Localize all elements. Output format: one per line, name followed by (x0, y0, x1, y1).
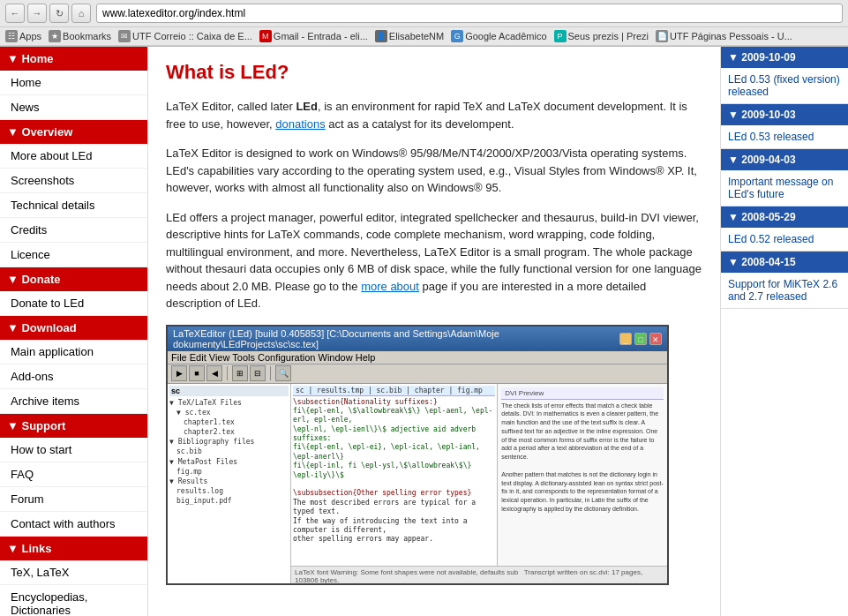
back-button[interactable]: ← (5, 4, 25, 23)
bookmark-elisabete[interactable]: 👤 ElisabeteNM (375, 30, 444, 42)
page-title: What is LEd? (166, 61, 702, 84)
sidebar-item-add-ons[interactable]: Add-ons (0, 364, 147, 389)
sidebar-item-archive-items[interactable]: Archive items (0, 389, 147, 414)
donations-link[interactable]: donations (275, 117, 325, 131)
tool-btn-3: ◀ (206, 365, 222, 381)
right-panel: ▼ 2009-10-09 LEd 0.53 (fixed version) re… (720, 47, 848, 616)
bookmark-gmail-label: Gmail - Entrada - eli... (274, 31, 368, 41)
news-item-1[interactable]: LEd 0.53 (fixed version) released (721, 68, 848, 104)
sidebar-item-technical-details[interactable]: Technical details (0, 193, 147, 218)
bookmark-prezi[interactable]: P Seus prezis | Prezi (554, 30, 649, 42)
sidebar-item-home[interactable]: Home (0, 71, 147, 95)
news-item-4[interactable]: LEd 0.52 released (721, 228, 848, 252)
screenshot-left-panel: sc ▼ TeX/LaTeX Files ▼ sc.tex chapter1.t… (168, 384, 291, 585)
prezi-icon: P (554, 30, 567, 42)
user-icon: 👤 (375, 30, 387, 42)
screenshot-titlebar: LaTeXEditor (LEd) [build 0.405853] [C:\D… (168, 327, 667, 351)
sidebar-header-links[interactable]: ▼ Links (0, 537, 147, 560)
sidebar: ▼ Home Home News ▼ Overview More about L… (0, 47, 148, 616)
sidebar-item-news[interactable]: News (0, 95, 147, 120)
tool-btn-4: ⊞ (232, 365, 248, 381)
bookmark-paginas[interactable]: 📄 UTF Páginas Pessoais - U... (656, 30, 792, 42)
sidebar-item-forum[interactable]: Forum (0, 487, 147, 512)
app-screenshot: LaTeXEditor (LEd) [build 0.405853] [C:\D… (166, 325, 669, 585)
minimize-button[interactable]: _ (619, 333, 632, 345)
address-bar[interactable] (96, 4, 843, 23)
bookmarks-bar: ☷ Apps ★ Bookmarks ✉ UTF Correio :: Caix… (0, 27, 848, 46)
screenshot-title-text: LaTeXEditor (LEd) [build 0.405853] [C:\D… (173, 328, 619, 349)
sidebar-header-home[interactable]: ▼ Home (0, 47, 147, 71)
content-para-2: LaTeX Editor is designed to work on Wind… (166, 145, 702, 197)
news-date-2[interactable]: ▼ 2009-10-03 (721, 104, 848, 125)
screenshot-statusbar: LaTeX font Warning: Some font shapes wer… (291, 566, 667, 585)
gmail-icon: M (259, 30, 272, 42)
screenshot-editor-area: sc | results.tmp | sc.bib | chapter | fi… (291, 384, 667, 585)
bookmark-correio[interactable]: ✉ UTF Correio :: Caixa de E... (118, 30, 252, 42)
sidebar-header-support[interactable]: ▼ Support (0, 414, 147, 438)
sidebar-item-how-to-start[interactable]: How to start (0, 438, 147, 462)
toolbar-separator (227, 366, 228, 380)
bookmark-bookmarks-label: Bookmarks (63, 31, 111, 41)
sidebar-item-main-application[interactable]: Main application (0, 340, 147, 364)
bookmark-academico[interactable]: G Google Acadêmico (451, 30, 546, 42)
news-date-5[interactable]: ▼ 2008-04-15 (721, 252, 848, 273)
maximize-button[interactable]: □ (634, 333, 647, 345)
page-layout: ▼ Home Home News ▼ Overview More about L… (0, 47, 848, 616)
close-button[interactable]: ✕ (649, 333, 662, 345)
preview-content: The check lists of error effects that ma… (501, 402, 664, 514)
bookmark-apps-label: Apps (19, 31, 41, 41)
sidebar-item-encyclopedias[interactable]: Encyclopedias, Dictionaries (0, 585, 147, 616)
content-para-1: LaTeX Editor, called later LEd, is an en… (166, 98, 702, 132)
main-content: What is LEd? LaTeX Editor, called later … (148, 47, 720, 616)
tool-btn-5: ⊟ (250, 365, 266, 381)
project-panel-header: sc (169, 386, 289, 396)
sidebar-item-faq[interactable]: FAQ (0, 462, 147, 487)
sidebar-item-tex-latex[interactable]: TeX, LaTeX (0, 560, 147, 585)
news-item-3[interactable]: Important message on LEd's future (721, 170, 848, 207)
more-about-link[interactable]: more about (361, 280, 419, 293)
sidebar-item-credits[interactable]: Credits (0, 218, 147, 243)
sidebar-item-contact-authors[interactable]: Contact with authors (0, 512, 147, 537)
bookmark-elisabete-label: ElisabeteNM (389, 31, 444, 41)
sidebar-item-licence[interactable]: Licence (0, 243, 147, 267)
tool-btn-2: ■ (189, 365, 205, 381)
browser-toolbar: ← → ↻ ⌂ (0, 0, 848, 27)
scholar-icon: G (451, 30, 463, 42)
editor-content: \subsection{Nationality suffixes:} fi\{e… (293, 398, 495, 545)
sidebar-header-download[interactable]: ▼ Download (0, 316, 147, 340)
bookmark-prezi-label: Seus prezis | Prezi (568, 31, 649, 41)
browser-chrome: ← → ↻ ⌂ ☷ Apps ★ Bookmarks ✉ UTF Correio… (0, 0, 848, 47)
forward-button[interactable]: → (27, 4, 47, 23)
screenshot-menubar: File Edit View Tools Configuration Windo… (168, 351, 667, 364)
sidebar-header-donate[interactable]: ▼ Donate (0, 267, 147, 291)
toolbar-separator-2 (270, 366, 271, 380)
content-para-3: LEd offers a project manager, powerful e… (166, 209, 702, 312)
news-date-4[interactable]: ▼ 2008-05-29 (721, 207, 848, 228)
tool-btn-6: 🔍 (275, 365, 291, 381)
screenshot-toolbar: ▶ ■ ◀ ⊞ ⊟ 🔍 (168, 364, 667, 384)
news-item-2[interactable]: LEd 0.53 released (721, 125, 848, 149)
bookmark-gmail[interactable]: M Gmail - Entrada - eli... (259, 30, 368, 42)
screenshot-editor: sc | results.tmp | sc.bib | chapter | fi… (291, 384, 498, 566)
sidebar-item-donate-to-led[interactable]: Donate to LEd (0, 291, 147, 316)
editor-tabs: sc | results.tmp | sc.bib | chapter | fi… (293, 386, 495, 396)
reload-button[interactable]: ↻ (49, 4, 69, 23)
bookmark-correio-label: UTF Correio :: Caixa de E... (132, 31, 252, 41)
sidebar-item-screenshots[interactable]: Screenshots (0, 169, 147, 193)
screenshot-menu-text: File Edit View Tools Configuration Windo… (171, 352, 375, 363)
home-button[interactable]: ⌂ (71, 4, 91, 23)
screenshot-panels: sc | results.tmp | sc.bib | chapter | fi… (291, 384, 667, 566)
nav-buttons: ← → ↻ ⌂ (5, 4, 91, 23)
mail-icon: ✉ (118, 30, 131, 42)
bookmark-apps[interactable]: ☷ Apps (5, 30, 41, 42)
sidebar-header-overview[interactable]: ▼ Overview (0, 120, 147, 144)
apps-icon: ☷ (5, 30, 18, 42)
news-date-3[interactable]: ▼ 2009-04-03 (721, 149, 848, 170)
page-icon: 📄 (656, 30, 668, 42)
bookmark-bookmarks[interactable]: ★ Bookmarks (49, 30, 111, 42)
news-date-1[interactable]: ▼ 2009-10-09 (721, 47, 848, 68)
bookmark-academico-label: Google Acadêmico (465, 31, 546, 41)
sidebar-item-more-about-led[interactable]: More about LEd (0, 144, 147, 169)
news-item-5[interactable]: Support for MiKTeX 2.6 and 2.7 released (721, 273, 848, 309)
screenshot-body: sc ▼ TeX/LaTeX Files ▼ sc.tex chapter1.t… (168, 384, 667, 585)
